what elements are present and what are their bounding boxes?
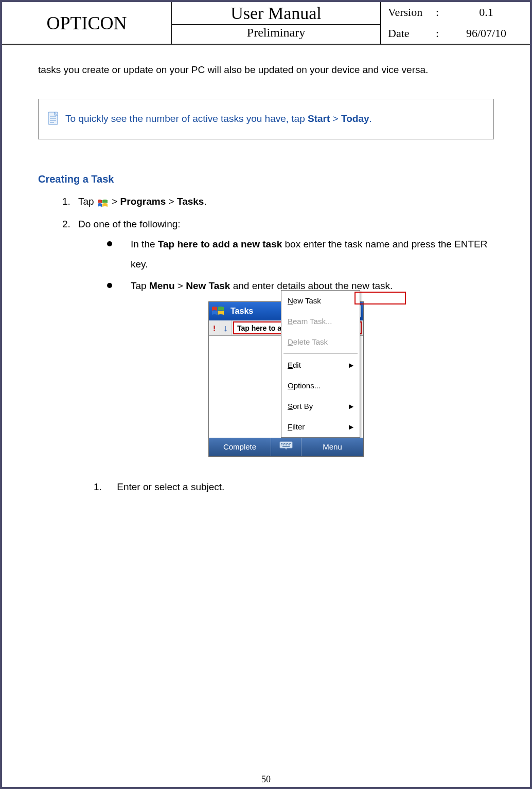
sort-column[interactable]: ↓ bbox=[220, 320, 232, 335]
titlebar-title: Tasks bbox=[228, 303, 253, 319]
svg-rect-15 bbox=[284, 443, 285, 444]
version-row: Version : 0.1 bbox=[381, 2, 530, 23]
date-label: Date bbox=[381, 27, 432, 40]
substep-row: 1. Enter or select a subject. bbox=[78, 477, 494, 497]
menu-popup: New Task Beam Task... Delete Task Edit bbox=[281, 290, 360, 438]
start-button[interactable] bbox=[211, 304, 225, 318]
svg-rect-21 bbox=[283, 444, 284, 445]
doc-subtitle: Preliminary bbox=[172, 25, 380, 41]
section-heading: Creating a Task bbox=[38, 170, 494, 188]
doc-header: OPTICON User Manual Preliminary Version … bbox=[2, 2, 530, 45]
svg-rect-22 bbox=[285, 444, 286, 445]
menu-beam-task: Beam Task... bbox=[281, 311, 360, 332]
steps-list: Tap > Programs > Tasks. Do one of the fo… bbox=[38, 192, 494, 497]
header-title-block: User Manual Preliminary bbox=[172, 2, 381, 44]
step-1: Tap > Programs > Tasks. bbox=[73, 192, 494, 211]
svg-rect-20 bbox=[281, 444, 282, 445]
device-screenshot: Tasks 拼 bbox=[208, 301, 364, 457]
menu-new-task-label: New Task bbox=[288, 293, 321, 309]
svg-rect-17 bbox=[287, 443, 288, 444]
svg-rect-18 bbox=[289, 443, 290, 444]
b1-bold: Tap here to add a new task bbox=[158, 239, 282, 249]
step1-gtpre: > bbox=[109, 196, 120, 207]
version-value: 0.1 bbox=[442, 6, 530, 19]
note-suffix: . bbox=[369, 113, 372, 124]
svg-rect-13 bbox=[281, 443, 282, 444]
step2-text: Do one of the following: bbox=[78, 219, 181, 229]
version-colon: : bbox=[432, 6, 442, 19]
bottom-border bbox=[2, 787, 530, 789]
svg-rect-19 bbox=[290, 443, 291, 444]
step1-post: . bbox=[204, 196, 206, 207]
svg-rect-26 bbox=[282, 446, 290, 447]
menu-edit-label: Edit bbox=[288, 357, 301, 373]
note-start: Start bbox=[308, 113, 330, 124]
submenu-arrow-icon: ▶ bbox=[349, 359, 353, 371]
b2-mid: > bbox=[175, 280, 186, 291]
menu-sort-by[interactable]: Sort By ▶ bbox=[281, 396, 360, 417]
svg-rect-24 bbox=[288, 444, 289, 445]
b2-b2: New Task bbox=[186, 280, 230, 291]
brand-text: OPTICON bbox=[46, 12, 127, 34]
date-value: 96/07/10 bbox=[442, 27, 530, 40]
keyboard-toggle[interactable] bbox=[271, 438, 302, 456]
b2-b1: Menu bbox=[149, 280, 175, 291]
doc-title: User Manual bbox=[172, 2, 380, 25]
device-bottombar: Complete bbox=[209, 438, 363, 456]
intro-text: tasks you create or update on your PC wi… bbox=[38, 62, 494, 78]
note-box: To quickly see the number of active task… bbox=[38, 99, 494, 139]
note-text: To quickly see the number of active task… bbox=[65, 111, 372, 127]
softkey-menu[interactable]: Menu bbox=[302, 439, 363, 455]
page-number: 50 bbox=[2, 774, 530, 785]
b2-post: and enter details about the new task. bbox=[230, 280, 393, 291]
substep-text: Enter or select a subject. bbox=[117, 481, 224, 492]
menu-filter[interactable]: Filter ▶ bbox=[281, 417, 360, 437]
svg-rect-23 bbox=[286, 444, 287, 445]
page-container: OPTICON User Manual Preliminary Version … bbox=[0, 0, 532, 789]
menu-separator-1 bbox=[283, 353, 358, 354]
step1-b2: Tasks bbox=[177, 196, 204, 207]
version-label: Version bbox=[381, 6, 432, 19]
step1-b1: Programs bbox=[120, 196, 166, 207]
task-list-area[interactable]: New Task Beam Task... Delete Task Edit bbox=[209, 336, 363, 438]
menu-delete-task: Delete Task bbox=[281, 332, 360, 352]
b2-pre: Tap bbox=[131, 280, 149, 291]
step1-mid: > bbox=[166, 196, 177, 207]
date-colon: : bbox=[432, 27, 442, 40]
step1-pre: Tap bbox=[78, 196, 97, 207]
note-today: Today bbox=[341, 113, 369, 124]
menu-edit[interactable]: Edit ▶ bbox=[281, 355, 360, 375]
step-2: Do one of the following: In the Tap here… bbox=[73, 214, 494, 497]
content-area: tasks you create or update on your PC wi… bbox=[2, 45, 530, 497]
bullet-list: In the Tap here to add a new task box en… bbox=[78, 234, 494, 297]
menu-options-label: Options... bbox=[288, 378, 321, 393]
svg-rect-14 bbox=[282, 443, 283, 444]
submenu-arrow-icon: ▶ bbox=[349, 421, 353, 433]
date-row: Date : 96/07/10 bbox=[381, 23, 530, 44]
b1-pre: In the bbox=[131, 239, 158, 249]
note-mid: > bbox=[330, 113, 341, 124]
submenu-arrow-icon: ▶ bbox=[349, 400, 353, 413]
bullet-1: In the Tap here to add a new task box en… bbox=[107, 234, 494, 275]
menu-options[interactable]: Options... bbox=[281, 375, 360, 396]
svg-rect-16 bbox=[286, 443, 287, 444]
menu-filter-label: Filter bbox=[288, 419, 305, 435]
svg-rect-25 bbox=[289, 444, 290, 445]
priority-column[interactable]: ! bbox=[209, 320, 220, 335]
note-prefix: To quickly see the number of active task… bbox=[65, 113, 308, 124]
menu-delete-task-label: Delete Task bbox=[288, 334, 328, 350]
menu-sortby-label: Sort By bbox=[288, 399, 313, 414]
note-icon bbox=[47, 111, 60, 127]
softkey-complete[interactable]: Complete bbox=[209, 439, 271, 455]
menu-beam-task-label: Beam Task... bbox=[288, 314, 332, 329]
brand-cell: OPTICON bbox=[2, 2, 172, 44]
keyboard-icon bbox=[279, 439, 293, 455]
substep-number: 1. bbox=[94, 477, 114, 497]
menu-new-task[interactable]: New Task bbox=[281, 291, 360, 311]
header-meta: Version : 0.1 Date : 96/07/10 bbox=[381, 2, 530, 44]
windows-icon bbox=[97, 196, 109, 208]
